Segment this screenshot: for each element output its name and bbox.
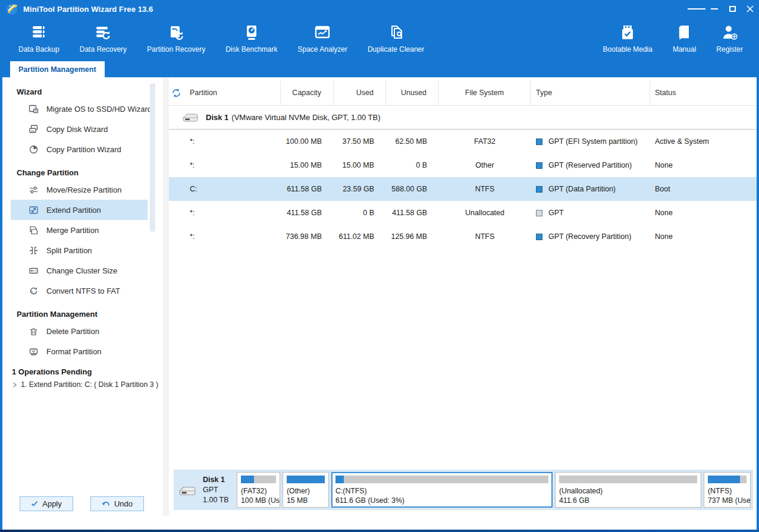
toolbar-item-register[interactable]: Register <box>706 18 753 53</box>
sidebar-item-copy-partition-wizard[interactable]: Copy Partition Wizard <box>11 139 148 159</box>
app-window: MiniTool Partition Wizard Free 13.6 Data… <box>0 0 759 532</box>
space-analyzer-icon <box>313 22 331 43</box>
content-area: Wizard Migrate OS to SSD/HD Wizard Copy … <box>2 77 757 516</box>
operation-pending-item[interactable]: 1. Extend Partition: C: ( Disk 1 Partiti… <box>2 378 163 391</box>
sidebar-item-merge-partition[interactable]: Merge Partition <box>11 220 148 240</box>
sidebar-scrollbar[interactable] <box>150 83 155 232</box>
sidebar-buttons: Apply Undo <box>2 496 163 511</box>
disk-map-scheme: GPT <box>203 486 218 494</box>
disk-map-block-unallocated[interactable]: (Unallocated) 411.6 GB <box>555 472 701 508</box>
disk-map-block-recovery-ntfs[interactable]: (NTFS) 737 MB (Used: <box>704 472 751 508</box>
table-row[interactable]: *: 15.00 MB 15.00 MB 0 B Other GPT (Rese… <box>169 153 757 177</box>
usage-bar <box>241 476 276 483</box>
disk-benchmark-icon <box>243 22 261 43</box>
toolbar-item-manual[interactable]: Manual <box>663 18 706 53</box>
sidebar-item-convert-ntfs-to-fat[interactable]: N Convert NTFS to FAT <box>11 281 148 301</box>
tab-partition-management[interactable]: Partition Management <box>10 61 105 77</box>
column-header-capacity: Capacity <box>281 81 334 105</box>
sidebar-item-extend-partition[interactable]: Extend Partition <box>11 200 148 220</box>
disk-header-row[interactable]: Disk 1 (VMware Virtual NVMe Disk, GPT, 1… <box>169 106 757 130</box>
merge-partition-icon <box>29 225 39 235</box>
toolbar-item-data-backup[interactable]: Data Backup <box>8 18 70 53</box>
partition-recovery-icon <box>167 22 185 43</box>
refresh-icon[interactable] <box>171 88 181 98</box>
minimize-button[interactable] <box>705 0 723 18</box>
check-icon <box>31 500 38 507</box>
sidebar-item-split-partition[interactable]: Split Partition <box>11 240 148 260</box>
move-resize-icon <box>29 185 39 195</box>
type-color-square <box>536 138 542 145</box>
window-title: MiniTool Partition Wizard Free 13.6 <box>23 5 153 14</box>
disk-name: Disk 1 <box>206 113 228 122</box>
delete-partition-icon <box>29 326 39 336</box>
extend-partition-icon <box>29 205 39 215</box>
column-header-status: Status <box>650 81 757 105</box>
disk-map-block-c-ntfs[interactable]: C:(NTFS) 611.6 GB (Used: 3%) <box>331 472 553 508</box>
data-backup-icon <box>30 22 48 43</box>
usage-bar <box>335 476 548 483</box>
column-header-type: Type <box>531 81 650 105</box>
type-color-square <box>536 186 542 193</box>
table-row[interactable]: *: 736.98 MB 611.02 MB 125.96 MB NTFS GP… <box>169 225 757 248</box>
title-bar: MiniTool Partition Wizard Free 13.6 <box>0 0 759 18</box>
menu-icon[interactable] <box>688 0 705 18</box>
column-header-partition: Partition <box>169 81 281 105</box>
app-logo-icon <box>5 2 18 15</box>
type-color-square <box>536 234 542 240</box>
apply-button[interactable]: Apply <box>20 496 73 511</box>
toolbar-right-group: Bootable Media Manual Register <box>593 18 759 53</box>
convert-ntfs-icon: N <box>29 286 39 296</box>
window-controls <box>688 0 759 18</box>
maximize-button[interactable] <box>723 0 741 18</box>
disk-icon <box>182 112 199 123</box>
chevron-right-icon <box>12 382 17 388</box>
column-header-file-system: File System <box>439 81 531 105</box>
sidebar-section-change-partition: Change Partition <box>17 166 163 180</box>
undo-arrow-icon <box>102 500 110 507</box>
bootable-media-icon <box>619 22 636 43</box>
migrate-os-icon <box>29 104 39 114</box>
duplicate-cleaner-icon <box>387 22 405 43</box>
partition-table: Partition Capacity Used Unused File Syst… <box>169 77 757 516</box>
disk-map-name: Disk 1 <box>203 476 225 484</box>
toolbar-item-partition-recovery[interactable]: Partition Recovery <box>137 18 215 53</box>
disk-map-label[interactable]: Disk 1 GPT 1.00 TB <box>174 470 236 510</box>
sidebar-section-wizard: Wizard <box>17 86 163 99</box>
sidebar-item-copy-disk-wizard[interactable]: Copy Disk Wizard <box>11 119 148 139</box>
sidebar-main-divider <box>163 77 169 516</box>
sidebar-item-delete-partition[interactable]: Delete Partition <box>11 321 148 341</box>
disk-map: Disk 1 GPT 1.00 TB (FAT32) 100 MB (Used:… <box>174 470 753 510</box>
operations-pending-title: 1 Operations Pending <box>12 366 163 378</box>
svg-text:N: N <box>31 290 33 294</box>
register-icon <box>721 22 739 43</box>
usage-bar <box>708 476 747 483</box>
toolbar-item-data-recovery[interactable]: Data Recovery <box>70 18 137 53</box>
format-partition-icon <box>29 347 39 357</box>
table-row[interactable]: *: 100.00 MB 37.50 MB 62.50 MB FAT32 GPT… <box>169 130 757 153</box>
type-color-square <box>536 210 542 216</box>
toolbar-item-bootable-media[interactable]: Bootable Media <box>593 18 663 53</box>
usage-bar <box>287 476 325 483</box>
disk-map-block-fat32[interactable]: (FAT32) 100 MB (Used: <box>237 472 280 508</box>
undo-button[interactable]: Undo <box>90 496 144 511</box>
disk-info: (VMware Virtual NVMe Disk, GPT, 1.00 TB) <box>231 113 380 122</box>
disk-map-size: 1.00 TB <box>203 496 229 504</box>
close-button[interactable] <box>741 0 759 18</box>
disk-map-block-other[interactable]: (Other) 15 MB <box>283 472 329 508</box>
column-header-unused: Unused <box>386 81 439 105</box>
sidebar-section-partition-management: Partition Management <box>17 308 163 321</box>
disk-icon <box>178 485 196 497</box>
sidebar-item-format-partition[interactable]: Format Partition <box>11 341 148 361</box>
toolbar-item-disk-benchmark[interactable]: Disk Benchmark <box>215 18 287 53</box>
table-row-selected[interactable]: C: 611.58 GB 23.59 GB 588.00 GB NTFS GPT… <box>169 177 757 201</box>
window-bottom-border <box>0 530 759 532</box>
tab-strip: Partition Management <box>0 61 759 77</box>
table-header: Partition Capacity Used Unused File Syst… <box>169 81 757 106</box>
sidebar-item-move-resize-partition[interactable]: Move/Resize Partition <box>11 180 148 200</box>
toolbar-item-space-analyzer[interactable]: Space Analyzer <box>288 18 357 53</box>
type-color-square <box>536 162 542 169</box>
table-row[interactable]: *: 411.58 GB 0 B 411.58 GB Unallocated G… <box>169 201 757 225</box>
sidebar-item-change-cluster-size[interactable]: Change Cluster Size <box>11 260 148 281</box>
toolbar-item-duplicate-cleaner[interactable]: Duplicate Cleaner <box>357 18 434 53</box>
sidebar-item-migrate-os[interactable]: Migrate OS to SSD/HD Wizard <box>11 99 148 119</box>
